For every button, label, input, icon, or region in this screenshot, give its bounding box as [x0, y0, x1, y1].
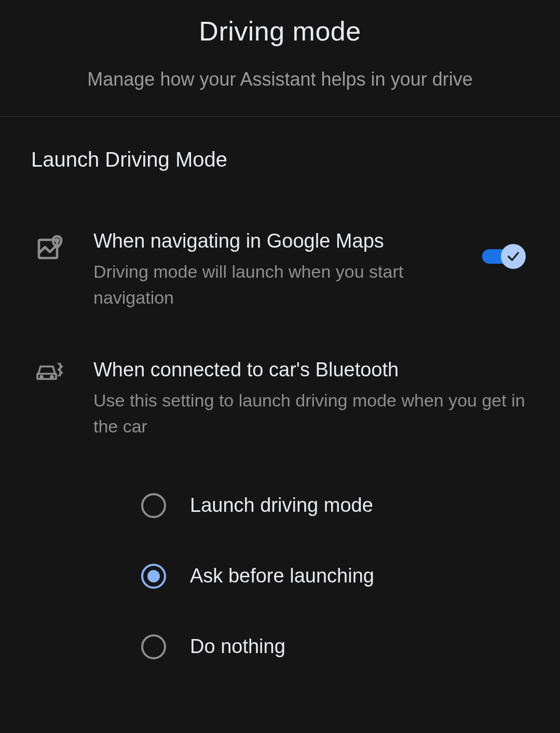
- page-header: Driving mode Manage how your Assistant h…: [0, 0, 560, 117]
- radio-label: Ask before launching: [190, 565, 374, 587]
- maps-toggle[interactable]: [482, 244, 526, 269]
- radio-option-nothing[interactable]: Do nothing: [141, 612, 529, 682]
- radio-icon: [141, 564, 166, 589]
- radio-icon: [141, 634, 166, 659]
- setting-title: When connected to car's Bluetooth: [93, 357, 529, 383]
- setting-subtitle: Use this setting to launch driving mode …: [93, 388, 529, 439]
- setting-title: When navigating in Google Maps: [93, 228, 457, 254]
- svg-point-3: [51, 376, 53, 378]
- radio-option-ask[interactable]: Ask before launching: [141, 541, 529, 612]
- radio-option-launch[interactable]: Launch driving mode: [141, 470, 529, 541]
- radio-label: Launch driving mode: [190, 494, 373, 517]
- svg-point-2: [40, 376, 43, 378]
- setting-row-maps[interactable]: When navigating in Google Maps Driving m…: [31, 228, 529, 310]
- bluetooth-radio-group: Launch driving mode Ask before launching…: [93, 470, 529, 682]
- check-icon: [501, 244, 526, 269]
- page-subtitle: Manage how your Assistant helps in your …: [21, 69, 539, 90]
- page-title: Driving mode: [21, 16, 539, 47]
- section-title: Launch Driving Mode: [31, 148, 529, 171]
- launch-section: Launch Driving Mode When navigating in G…: [0, 117, 560, 703]
- setting-subtitle: Driving mode will launch when you start …: [93, 259, 457, 310]
- radio-label: Do nothing: [190, 635, 285, 658]
- svg-point-1: [56, 239, 59, 242]
- setting-row-bluetooth: When connected to car's Bluetooth Use th…: [31, 357, 529, 682]
- car-bluetooth-icon: [31, 357, 69, 382]
- map-pin-icon: [31, 228, 69, 262]
- radio-icon: [141, 493, 166, 518]
